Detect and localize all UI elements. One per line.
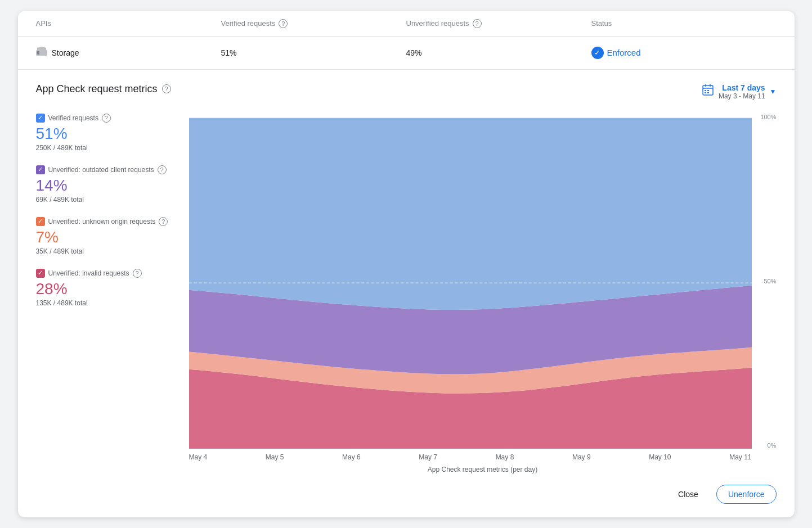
y-label-100: 100% — [754, 114, 777, 120]
metrics-title-row: App Check request metrics ? — [36, 83, 171, 95]
legend-sub-verified: 250K / 489K total — [36, 144, 171, 152]
status-label: Status — [591, 19, 612, 28]
metrics-section: App Check request metrics ? — [18, 70, 795, 476]
col-status: Status — [591, 19, 777, 28]
unverified-label: Unverified requests — [406, 19, 469, 28]
legend-sub-outdated: 69K / 489K total — [36, 196, 171, 204]
legend-sub-unknown: 35K / 489K total — [36, 247, 171, 255]
metrics-title: App Check request metrics — [36, 83, 158, 95]
legend-percent-verified: 51% — [36, 125, 171, 143]
legend-label-verified: ✓ Verified requests ? — [36, 114, 171, 123]
close-button[interactable]: Close — [667, 485, 710, 503]
legend-label-invalid: ✓ Unverified: invalid requests ? — [36, 269, 171, 278]
date-selector[interactable]: Last 7 days May 3 - May 11 ▼ — [702, 83, 777, 100]
legend-help-outdated[interactable]: ? — [158, 165, 167, 174]
legend-help-invalid[interactable]: ? — [133, 269, 142, 278]
legend-help-verified[interactable]: ? — [102, 114, 111, 123]
x-label: May 4 — [189, 453, 208, 461]
storage-status-cell: ✓ Enforced — [591, 47, 777, 59]
table-header: APIs Verified requests ? Unverified requ… — [18, 11, 795, 37]
storage-row: Storage 51% 49% ✓ Enforced — [18, 37, 795, 70]
enforced-check-icon: ✓ — [591, 47, 604, 59]
legend-percent-outdated: 14% — [36, 177, 171, 195]
apis-label: APIs — [36, 19, 51, 28]
chart-container: 100% 50% 0% May 4May 5May 6May 7May 8May… — [189, 114, 777, 476]
actions-row: Close Unenforce — [18, 476, 795, 517]
legend-checkbox-verified[interactable]: ✓ — [36, 114, 45, 123]
metrics-help-icon[interactable]: ? — [162, 84, 171, 93]
x-label: May 11 — [729, 453, 751, 461]
legend-checkbox-invalid[interactable]: ✓ — [36, 269, 45, 278]
legend-label-unknown: ✓ Unverified: unknown origin requests ? — [36, 217, 171, 226]
date-range-sub: May 3 - May 11 — [719, 92, 765, 100]
x-label: May 5 — [266, 453, 284, 461]
legend-percent-invalid: 28% — [36, 280, 171, 298]
calendar-icon — [702, 84, 714, 99]
x-label: May 7 — [419, 453, 437, 461]
x-label: May 8 — [496, 453, 514, 461]
legend-item-verified: ✓ Verified requests ? 51% 250K / 489K to… — [36, 114, 171, 152]
x-axis-labels: May 4May 5May 6May 7May 8May 9May 10May … — [189, 451, 777, 461]
svg-rect-8 — [705, 92, 706, 93]
x-label: May 10 — [649, 453, 671, 461]
metrics-header: App Check request metrics ? — [36, 83, 777, 100]
svg-rect-7 — [707, 90, 709, 91]
date-range-label: Last 7 days — [722, 83, 765, 92]
col-unverified: Unverified requests ? — [406, 19, 591, 28]
verified-label: Verified requests — [221, 19, 276, 28]
storage-name: Storage — [52, 48, 79, 57]
y-label-50: 50% — [754, 278, 777, 285]
svg-rect-9 — [707, 92, 709, 93]
legend-item-unknown: ✓ Unverified: unknown origin requests ? … — [36, 217, 171, 255]
legend-sub-invalid: 135K / 489K total — [36, 299, 171, 307]
col-apis: APIs — [36, 19, 221, 28]
main-card: APIs Verified requests ? Unverified requ… — [18, 11, 795, 517]
date-range-text: Last 7 days May 3 - May 11 — [719, 83, 765, 100]
chart-x-axis-title: App Check request metrics (per day) — [189, 461, 777, 476]
dropdown-arrow-icon: ▼ — [770, 88, 777, 96]
legend-checkbox-unknown[interactable]: ✓ — [36, 217, 45, 226]
verified-help-icon[interactable]: ? — [279, 19, 288, 28]
x-label: May 9 — [572, 453, 591, 461]
legend-label-outdated: ✓ Unverified: outdated client requests ? — [36, 165, 171, 174]
chart-legend: ✓ Verified requests ? 51% 250K / 489K to… — [36, 114, 171, 476]
svg-rect-1 — [37, 51, 39, 55]
legend-percent-unknown: 7% — [36, 228, 171, 246]
legend-checkbox-outdated[interactable]: ✓ — [36, 165, 45, 174]
storage-unverified-pct: 49% — [406, 48, 591, 57]
x-label: May 6 — [342, 453, 361, 461]
storage-name-cell: Storage — [36, 47, 221, 58]
legend-help-unknown[interactable]: ? — [159, 217, 168, 226]
unenforce-button[interactable]: Unenforce — [716, 485, 777, 504]
chart-svg-wrapper: 100% 50% 0% — [189, 114, 777, 449]
unverified-help-icon[interactable]: ? — [473, 19, 482, 28]
legend-item-invalid: ✓ Unverified: invalid requests ? 28% 135… — [36, 269, 171, 307]
chart-area: ✓ Verified requests ? 51% 250K / 489K to… — [36, 114, 777, 476]
col-verified: Verified requests ? — [221, 19, 406, 28]
storage-icon — [36, 47, 47, 58]
y-label-0: 0% — [754, 442, 777, 449]
enforced-badge: ✓ Enforced — [591, 47, 641, 59]
svg-rect-6 — [705, 90, 706, 91]
y-axis-labels: 100% 50% 0% — [754, 114, 777, 449]
storage-verified-pct: 51% — [221, 48, 406, 57]
legend-item-outdated: ✓ Unverified: outdated client requests ?… — [36, 165, 171, 204]
enforced-label: Enforced — [607, 48, 641, 57]
